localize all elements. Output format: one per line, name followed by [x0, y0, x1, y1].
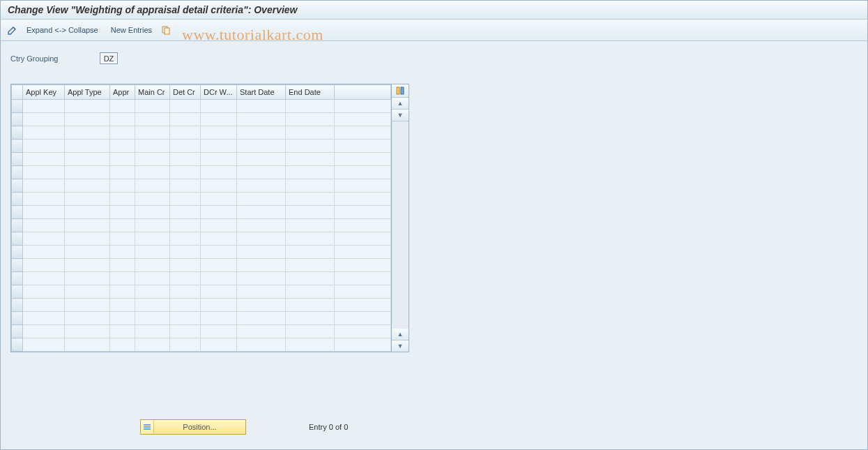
cell[interactable]: [201, 206, 237, 219]
cell[interactable]: [201, 126, 237, 140]
cell[interactable]: [23, 272, 65, 285]
cell[interactable]: [23, 179, 65, 193]
row-selector[interactable]: [12, 338, 23, 352]
cell[interactable]: [135, 338, 170, 352]
cell[interactable]: [201, 219, 237, 232]
cell[interactable]: [110, 166, 135, 179]
row-selector[interactable]: [12, 166, 23, 179]
col-start-date[interactable]: Start Date: [237, 85, 286, 100]
cell[interactable]: [286, 299, 335, 312]
cell[interactable]: [65, 126, 110, 140]
cell[interactable]: [170, 100, 201, 113]
row-selector[interactable]: [12, 285, 23, 299]
cell[interactable]: [335, 312, 391, 325]
cell[interactable]: [135, 219, 170, 232]
ctry-grouping-input[interactable]: [100, 52, 118, 64]
cell[interactable]: [286, 113, 335, 126]
cell[interactable]: [65, 232, 110, 246]
cell[interactable]: [170, 113, 201, 126]
cell[interactable]: [135, 272, 170, 285]
cell[interactable]: [201, 299, 237, 312]
cell[interactable]: [201, 232, 237, 246]
cell[interactable]: [110, 246, 135, 259]
cell[interactable]: [23, 166, 65, 179]
cell[interactable]: [201, 312, 237, 325]
cell[interactable]: [110, 325, 135, 338]
cell[interactable]: [335, 126, 391, 140]
cell[interactable]: [23, 206, 65, 219]
cell[interactable]: [286, 312, 335, 325]
cell[interactable]: [335, 246, 391, 259]
cell[interactable]: [237, 113, 286, 126]
cell[interactable]: [201, 153, 237, 166]
cell[interactable]: [201, 179, 237, 193]
cell[interactable]: [335, 179, 391, 193]
cell[interactable]: [286, 325, 335, 338]
cell[interactable]: [170, 246, 201, 259]
row-selector[interactable]: [12, 100, 23, 113]
col-appl-key[interactable]: Appl Key: [23, 85, 65, 100]
cell[interactable]: [335, 193, 391, 206]
cell[interactable]: [135, 140, 170, 153]
cell[interactable]: [237, 272, 286, 285]
cell[interactable]: [237, 126, 286, 140]
cell[interactable]: [110, 219, 135, 232]
cell[interactable]: [110, 126, 135, 140]
cell[interactable]: [170, 219, 201, 232]
cell[interactable]: [201, 100, 237, 113]
scroll-up-small-icon[interactable]: ▲: [392, 329, 409, 340]
pencil-icon[interactable]: [6, 24, 19, 36]
cell[interactable]: [237, 140, 286, 153]
cell[interactable]: [201, 246, 237, 259]
cell[interactable]: [65, 179, 110, 193]
cell[interactable]: [237, 100, 286, 113]
cell[interactable]: [286, 232, 335, 246]
cell[interactable]: [23, 113, 65, 126]
cell[interactable]: [286, 126, 335, 140]
cell[interactable]: [23, 338, 65, 352]
cell[interactable]: [135, 285, 170, 299]
cell[interactable]: [65, 100, 110, 113]
cell[interactable]: [237, 193, 286, 206]
cell[interactable]: [335, 259, 391, 272]
cell[interactable]: [65, 338, 110, 352]
cell[interactable]: [335, 140, 391, 153]
scroll-up-icon[interactable]: ▲: [392, 98, 409, 110]
cell[interactable]: [65, 325, 110, 338]
cell[interactable]: [23, 100, 65, 113]
cell[interactable]: [286, 179, 335, 193]
cell[interactable]: [65, 299, 110, 312]
copy-icon[interactable]: [160, 24, 172, 36]
row-selector[interactable]: [12, 153, 23, 166]
cell[interactable]: [135, 126, 170, 140]
cell[interactable]: [170, 232, 201, 246]
row-selector[interactable]: [12, 140, 23, 153]
cell[interactable]: [237, 325, 286, 338]
cell[interactable]: [237, 299, 286, 312]
row-selector-header[interactable]: [12, 85, 23, 100]
cell[interactable]: [237, 166, 286, 179]
cell[interactable]: [65, 140, 110, 153]
row-selector[interactable]: [12, 206, 23, 219]
scroll-down-small-icon[interactable]: ▼: [392, 110, 409, 121]
cell[interactable]: [286, 166, 335, 179]
cell[interactable]: [23, 219, 65, 232]
cell[interactable]: [237, 285, 286, 299]
cell[interactable]: [237, 179, 286, 193]
cell[interactable]: [110, 100, 135, 113]
scroll-down-icon[interactable]: ▼: [392, 340, 409, 352]
cell[interactable]: [65, 285, 110, 299]
cell[interactable]: [335, 166, 391, 179]
cell[interactable]: [286, 246, 335, 259]
cell[interactable]: [135, 312, 170, 325]
col-main-cr[interactable]: Main Cr: [135, 85, 170, 100]
cell[interactable]: [65, 219, 110, 232]
cell[interactable]: [201, 259, 237, 272]
scroll-track[interactable]: [392, 121, 409, 329]
cell[interactable]: [335, 100, 391, 113]
cell[interactable]: [201, 140, 237, 153]
table-config-icon[interactable]: [392, 84, 409, 98]
cell[interactable]: [135, 100, 170, 113]
cell[interactable]: [201, 166, 237, 179]
row-selector[interactable]: [12, 272, 23, 285]
